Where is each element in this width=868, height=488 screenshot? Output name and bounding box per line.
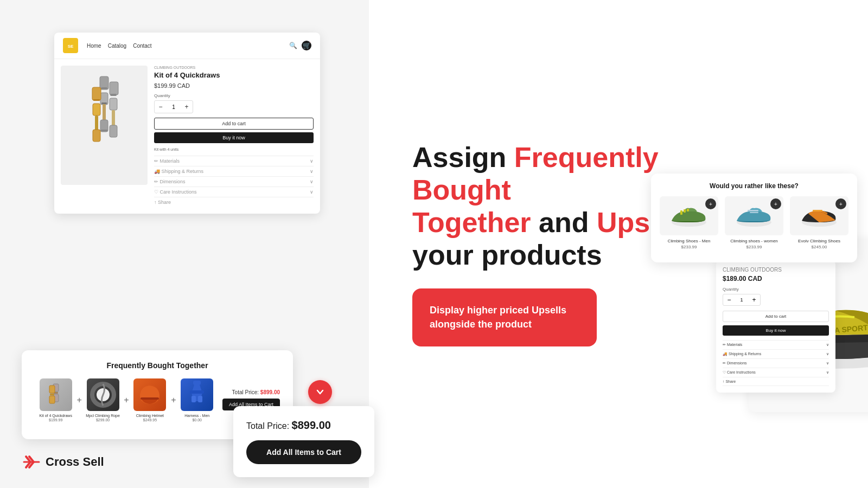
upsell-product-name-2: Climbing shoes - women [730,239,778,243]
cta-banner: Display higher priced Upsells alongside … [412,288,597,346]
pdm-accordion-dimensions[interactable]: ✏ Dimensions∨ [723,359,829,368]
mockup-nav-icons: 🔍 🛒 [289,41,311,50]
shoe-green-svg [667,202,711,230]
svg-rect-32 [198,396,202,402]
right-cta-area: Display higher priced Upsells alongside … [412,288,738,346]
upsell-products: + Climbing Shoes - Men $233.99 [660,196,848,249]
chevron-down-button[interactable] [308,380,332,404]
upsell-product-img-1: + [660,196,718,235]
fbt-plus-2: + [124,395,129,405]
fbt-product-name-3: Climbing Helmet [136,413,164,418]
svg-rect-30 [190,390,204,394]
svg-rect-14 [92,87,101,100]
svg-rect-13 [110,125,117,137]
upsell-product-3: + Evolv Climbing Shoes $245.00 [790,196,848,249]
accordion-care[interactable]: ♡ Care Instructions∨ [154,187,314,197]
fbt-expanded-total: Total Price: $899.00 [246,419,361,432]
left-section: SE Home Catalog Contact 🔍 🛒 [0,0,369,488]
pdm-price: $189.00 CAD [723,275,829,282]
pdm-qty-decrease[interactable]: − [723,294,735,305]
svg-rect-31 [192,396,196,402]
svg-rect-12 [112,110,115,126]
svg-rect-23 [50,394,54,395]
upsell-mockup: Would you rather like these? [651,174,857,262]
fbt-product-name-4: Harness - Men [184,413,209,418]
product-brand: CLIMBING OUTDOORS [154,66,314,69]
fbt-product-price-3: $249.95 [143,418,157,422]
right-section: Assign Frequently Bought Together and Up… [369,0,868,488]
upsell-add-btn-3[interactable]: + [835,198,846,209]
nav-catalog[interactable]: Catalog [108,43,126,49]
fbt-total-price-inline: $899.00 [260,389,280,395]
buy-now-button[interactable]: Buy it now [154,132,314,143]
pdm-accordion-share[interactable]: ↑ Share [723,377,829,386]
upsell-add-btn-2[interactable]: + [770,198,781,209]
fbt-product-1: Kit of 4 Quickdraws $199.99 [35,378,76,422]
mockup-nav-links: Home Catalog Contact [87,43,152,49]
svg-rect-42 [813,210,822,211]
fbt-expanded-add-all-button[interactable]: Add All Items to Cart [246,440,361,464]
svg-rect-28 [141,397,159,400]
upsell-product-2: + Climbing shoes - women $233.99 [725,196,783,249]
hero-your-products: your products [412,239,602,271]
fbt-product-img-1 [40,378,72,411]
add-to-cart-button[interactable]: Add to cart [154,118,314,130]
svg-rect-11 [110,98,117,110]
product-detail-mockup: CLIMBING OUTDOORS $189.00 CAD Quantity −… [716,260,835,393]
accordion-materials[interactable]: ✏ Materials∨ [154,156,314,166]
fbt-product-img-2 [87,378,119,411]
svg-rect-29 [193,381,201,385]
product-mockup: SE Home Catalog Contact 🔍 🛒 [54,33,320,214]
product-desc: Kit with 4 units [154,147,314,151]
pdm-accordion-care[interactable]: ♡ Care Instructions∨ [723,368,829,377]
cta-banner-text: Display higher priced Upsells alongside … [430,304,579,331]
upsell-product-name-1: Climbing Shoes - Men [668,239,711,243]
chevron-down-icon [315,387,326,397]
search-icon[interactable]: 🔍 [289,42,297,49]
upsell-title: Would you rather like these? [660,182,848,190]
svg-rect-17 [95,115,98,131]
pdm-brand: CLIMBING OUTDOORS [723,267,829,273]
shoe-orange-svg [797,202,841,230]
fbt-product-4: Harness - Men $0.00 [176,378,218,422]
fbt-product-img-3 [133,378,166,411]
pdm-qty-selector: − 1 + [723,294,761,306]
fbt-plus-3: + [171,395,176,405]
mockup-content: CLIMBING OUTDOORS Kit of 4 Quickdraws $1… [54,59,320,214]
product-title: Kit of 4 Quickdraws [154,71,314,79]
svg-rect-15 [93,99,100,101]
pdm-qty-label: Quantity [723,287,829,292]
hero-together: Together [412,207,531,238]
cart-icon[interactable]: 🛒 [302,41,311,50]
svg-rect-39 [748,210,758,211]
accordion-share[interactable]: ↑ Share [154,197,314,207]
fbt-product-name-1: Kit of 4 Quickdraws [40,413,72,418]
svg-rect-8 [101,130,107,131]
pdm-accordion-materials[interactable]: ✏ Materials∨ [723,341,829,350]
svg-rect-36 [684,209,686,213]
qty-increase-button[interactable]: + [181,101,193,113]
quantity-label: Quantity [154,93,314,98]
accordion-dimensions[interactable]: ✏ Dimensions∨ [154,176,314,187]
fbt-product-name-2: Mpcl Climbing Rope [86,413,120,418]
upsell-add-btn-1[interactable]: + [705,198,716,209]
fbt-total-label-inline: Total Price: [232,389,259,395]
upsell-product-img-2: + [725,196,783,235]
fbt-product-img-4 [181,378,213,411]
pdm-buy-now[interactable]: Buy it now [723,325,829,336]
pdm-add-to-cart[interactable]: Add to cart [723,311,829,322]
brand-name: Cross Sell [46,455,104,469]
pdm-accordion-shipping[interactable]: 🚚 Shipping & Returns∨ [723,350,829,359]
pdm-qty-increase[interactable]: + [748,294,760,305]
svg-rect-9 [110,82,118,95]
svg-rect-5 [101,102,107,104]
qty-decrease-button[interactable]: − [155,101,167,113]
product-image [61,66,148,185]
fbt-product-3: Climbing Helmet $249.95 [129,378,171,422]
svg-rect-35 [680,210,682,215]
nav-contact[interactable]: Contact [133,43,151,49]
svg-rect-37 [687,209,689,211]
mockup-nav: SE Home Catalog Contact 🔍 🛒 [54,33,320,59]
nav-home[interactable]: Home [87,43,101,49]
accordion-shipping[interactable]: 🚚 Shipping & Returns∨ [154,166,314,176]
